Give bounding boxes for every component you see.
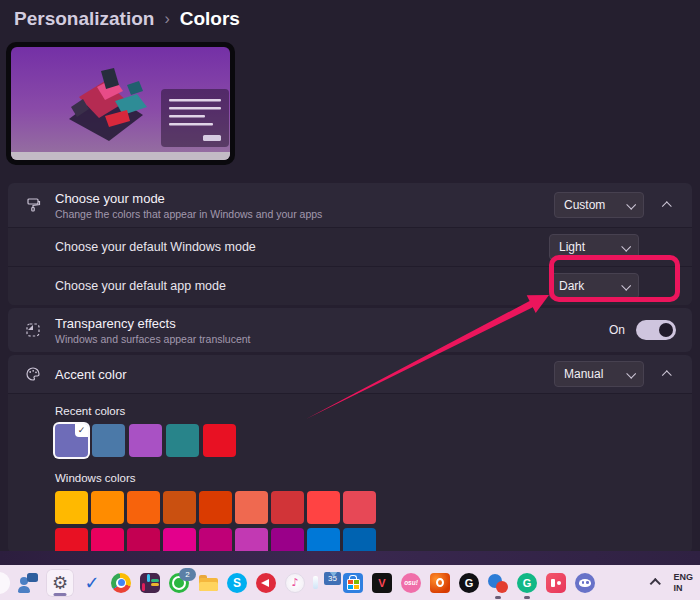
color-swatch[interactable] (271, 491, 304, 524)
color-swatch[interactable] (55, 491, 88, 524)
mode-dropdown-value: Custom (564, 198, 605, 212)
windows-colors-row1 (55, 491, 692, 524)
logitech-g-icon[interactable]: G (458, 572, 480, 594)
itunes-icon[interactable]: ♪ (284, 572, 306, 594)
transparency-subtitle: Windows and surfaces appear translucent (55, 333, 251, 345)
color-swatch[interactable] (307, 528, 340, 553)
settings-window: Personalization › Colors (0, 0, 700, 600)
accent-collapse-button[interactable] (658, 365, 676, 383)
mail-badge: 35 (324, 572, 341, 585)
whatsapp-icon[interactable]: 2 (168, 572, 190, 594)
desktop-strip (0, 551, 700, 565)
chevron-down-icon (621, 280, 631, 290)
preview-window-card (161, 89, 229, 147)
breadcrumb-separator: › (164, 10, 169, 28)
selected-check-icon: ✓ (75, 424, 88, 437)
color-swatch[interactable] (92, 424, 125, 457)
start-partial-icon[interactable] (0, 572, 10, 594)
microsoft-store-icon[interactable] (342, 572, 364, 594)
taskbar-icons: ⚙ ✓ 2 S ♪ (0, 569, 596, 597)
color-swatch[interactable] (127, 528, 160, 553)
system-tray: ENG IN (651, 572, 700, 593)
color-swatch[interactable] (343, 491, 376, 524)
paintbrush-icon (24, 196, 42, 214)
app-mode-dropdown-value: Dark (559, 279, 584, 293)
app-mode-dropdown[interactable]: Dark (549, 273, 639, 299)
chevron-down-icon (626, 368, 636, 378)
accent-color-row: Accent color Manual (8, 355, 692, 393)
choose-mode-title: Choose your mode (55, 191, 322, 206)
skype-icon[interactable]: S (226, 572, 248, 594)
chevron-down-icon (626, 199, 636, 209)
language-line1: ENG (673, 572, 693, 582)
theme-preview-image (11, 47, 230, 160)
video-editor-icon[interactable] (545, 572, 567, 594)
photos-icon[interactable] (487, 572, 509, 594)
running-indicator (524, 596, 530, 599)
todo-check-icon[interactable]: ✓ (81, 572, 103, 594)
osu-icon[interactable]: osu! (400, 572, 422, 594)
file-explorer-icon[interactable] (197, 572, 219, 594)
accent-color-title: Accent color (55, 367, 127, 382)
grammarly-icon[interactable]: G (516, 572, 538, 594)
color-swatch[interactable] (129, 424, 162, 457)
language-indicator[interactable]: ENG IN (673, 572, 693, 593)
check-glyph: ✓ (84, 574, 99, 592)
discord-icon[interactable] (574, 572, 596, 594)
breadcrumb-personalization[interactable]: Personalization (14, 8, 154, 30)
tray-chevron-up-icon[interactable] (651, 578, 661, 588)
default-windows-mode-label: Choose your default Windows mode (55, 240, 256, 254)
gear-glyph: ⚙ (52, 574, 68, 592)
chevron-up-icon (661, 370, 671, 380)
accent-color-card: Accent color Manual Recent colors ✓ Wind… (8, 355, 692, 553)
mode-collapse-button[interactable] (658, 196, 676, 214)
color-swatch[interactable] (203, 424, 236, 457)
contact-chat-icon[interactable] (17, 572, 39, 594)
color-swatch[interactable] (127, 491, 160, 524)
valorant-icon[interactable]: V (371, 572, 393, 594)
choose-mode-subtitle: Change the colors that appear in Windows… (55, 208, 322, 220)
mail-icon[interactable]: 35 (313, 572, 335, 594)
color-swatch[interactable] (91, 528, 124, 553)
chrome-icon[interactable] (110, 572, 132, 594)
running-indicator (495, 596, 501, 599)
color-swatch[interactable] (166, 424, 199, 457)
mode-dropdown[interactable]: Custom (554, 192, 644, 218)
color-swatch[interactable] (307, 491, 340, 524)
recent-colors-row: ✓ (55, 424, 692, 457)
accent-expanded-panel: Recent colors ✓ Windows colors (8, 393, 692, 553)
transparency-toggle[interactable] (636, 320, 676, 340)
chevron-down-icon (621, 241, 631, 251)
windows-mode-dropdown-value: Light (559, 240, 585, 254)
page-title: Colors (180, 8, 240, 30)
palette-icon (24, 365, 42, 383)
color-swatch[interactable] (271, 528, 304, 553)
color-swatch[interactable] (343, 528, 376, 553)
color-swatch[interactable] (163, 491, 196, 524)
settings-gear-icon[interactable]: ⚙ (46, 569, 74, 597)
accent-dropdown-value: Manual (564, 367, 603, 381)
recent-colors-label: Recent colors (55, 405, 692, 417)
color-swatch[interactable]: ✓ (55, 424, 88, 457)
color-swatch[interactable] (55, 528, 88, 553)
color-swatch[interactable] (235, 528, 268, 553)
default-app-mode-label: Choose your default app mode (55, 279, 226, 293)
windows-mode-dropdown[interactable]: Light (549, 234, 639, 260)
color-swatch[interactable] (91, 491, 124, 524)
color-swatch[interactable] (199, 491, 232, 524)
transparency-icon (24, 321, 42, 339)
color-swatch[interactable] (235, 491, 268, 524)
language-line2: IN (673, 583, 682, 593)
breadcrumb: Personalization › Colors (14, 8, 240, 30)
accent-dropdown[interactable]: Manual (554, 361, 644, 387)
color-swatch[interactable] (199, 528, 232, 553)
slack-icon[interactable] (139, 572, 161, 594)
toggle-knob (659, 323, 673, 337)
kite-trading-icon[interactable] (255, 572, 277, 594)
office-icon[interactable] (429, 572, 451, 594)
windows-colors-row2 (55, 528, 692, 553)
transparency-card: Transparency effects Windows and surface… (8, 308, 692, 352)
choose-mode-card: Choose your mode Change the colors that … (8, 183, 692, 305)
theme-preview-frame (6, 42, 235, 165)
color-swatch[interactable] (163, 528, 196, 553)
